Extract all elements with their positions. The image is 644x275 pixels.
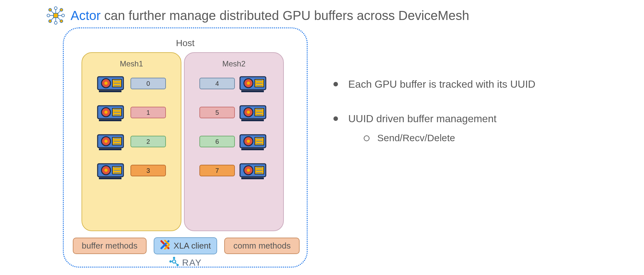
gpu-row: 5	[199, 103, 268, 122]
svg-point-6	[60, 8, 63, 11]
buffer-chip: 3	[130, 165, 166, 176]
svg-point-58	[169, 260, 172, 263]
svg-line-63	[175, 263, 177, 264]
gpu-row: 2	[97, 132, 166, 151]
mesh2-gpu-list: 4 5 6	[199, 74, 268, 180]
gpu-icon	[239, 132, 268, 151]
sub-bullet-item: Send/Recv/Delete	[348, 132, 617, 145]
gpu-row: 6	[199, 132, 268, 151]
svg-line-16	[58, 17, 60, 20]
gpu-icon	[97, 161, 126, 180]
svg-point-57	[172, 260, 176, 263]
gpu-row: 3	[97, 161, 166, 180]
gpu-icon	[239, 161, 268, 180]
ray-icon	[168, 256, 179, 269]
svg-point-29	[104, 140, 108, 143]
gpu-row: 4	[199, 74, 268, 93]
svg-point-24	[104, 111, 108, 114]
svg-point-49	[247, 140, 250, 143]
svg-line-15	[51, 17, 54, 20]
buffer-chip: 5	[199, 107, 235, 118]
slide-title: Actor can further manage distributed GPU…	[47, 6, 469, 25]
gpu-row: 7	[199, 161, 268, 180]
svg-rect-56	[241, 177, 264, 179]
mesh1-gpu-list: 0 1 2	[97, 74, 166, 180]
gpu-row: 0	[97, 74, 166, 93]
gpu-icon	[239, 103, 268, 122]
title-actor: Actor	[71, 8, 101, 23]
xla-client-text: XLA client	[174, 241, 211, 251]
mesh1-label: Mesh1	[120, 59, 143, 68]
svg-point-4	[62, 14, 64, 17]
svg-point-59	[173, 257, 175, 259]
svg-rect-46	[241, 119, 264, 121]
svg-line-14	[58, 11, 60, 14]
svg-rect-51	[241, 148, 264, 150]
svg-line-13	[51, 11, 54, 14]
ray-label: RAY	[168, 256, 202, 269]
svg-point-7	[49, 20, 52, 23]
svg-rect-31	[99, 148, 121, 150]
meshes-row: Mesh1 0 1	[82, 52, 284, 231]
bullet-text: UUID driven buffer management	[348, 113, 496, 124]
svg-rect-41	[241, 90, 264, 92]
svg-point-3	[47, 14, 50, 17]
mesh2-box: Mesh2 4 5	[184, 52, 284, 231]
comm-methods-chip: comm methods	[224, 238, 300, 254]
svg-point-44	[247, 111, 250, 114]
bottom-row: buffer methods XLA client comm methods	[61, 237, 312, 254]
svg-point-54	[247, 169, 250, 172]
svg-point-60	[177, 264, 179, 266]
xla-icon	[160, 240, 170, 252]
svg-rect-36	[99, 177, 121, 179]
buffer-chip: 6	[199, 136, 235, 147]
buffer-chip: 0	[130, 78, 166, 89]
bullet-list: Each GPU buffer is tracked with its UUID…	[333, 77, 617, 165]
gpu-icon	[97, 74, 126, 93]
svg-rect-21	[99, 90, 121, 92]
svg-point-2	[54, 21, 57, 24]
svg-point-5	[49, 8, 52, 11]
svg-point-1	[54, 7, 57, 10]
buffer-chip: 2	[130, 136, 166, 147]
bullet-item: UUID driven buffer management Send/Recv/…	[333, 112, 617, 145]
svg-point-19	[104, 82, 108, 85]
gpu-row: 1	[97, 103, 166, 122]
svg-rect-26	[99, 119, 121, 121]
svg-rect-0	[53, 13, 58, 18]
buffer-chip: 1	[130, 107, 166, 118]
topology-icon	[47, 6, 65, 25]
mesh1-box: Mesh1 0 1	[82, 52, 181, 231]
gpu-icon	[97, 103, 126, 122]
buffer-chip: 4	[199, 78, 235, 89]
diagram-area: Host Mesh1 0 1	[63, 27, 314, 269]
svg-point-39	[247, 82, 250, 85]
ray-text: RAY	[182, 258, 202, 268]
gpu-icon	[239, 74, 268, 93]
mesh2-label: Mesh2	[222, 59, 245, 68]
host-box: Host Mesh1 0 1	[63, 27, 308, 268]
svg-point-8	[60, 20, 63, 23]
xla-client-chip: XLA client	[154, 237, 217, 254]
title-rest: can further manage distributed GPU buffe…	[101, 8, 469, 23]
buffer-methods-chip: buffer methods	[73, 238, 147, 254]
svg-point-34	[104, 169, 108, 172]
host-label: Host	[176, 38, 195, 48]
gpu-icon	[97, 132, 126, 151]
buffer-chip: 7	[199, 165, 235, 176]
bullet-item: Each GPU buffer is tracked with its UUID	[333, 77, 617, 91]
